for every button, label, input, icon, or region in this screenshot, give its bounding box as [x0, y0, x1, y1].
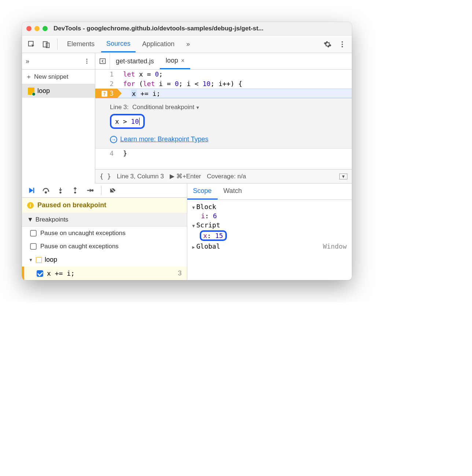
deactivate-breakpoints-icon[interactable]	[108, 186, 118, 195]
tab-elements[interactable]: Elements	[62, 37, 100, 52]
current-execution-line: x += i;	[117, 89, 352, 98]
bp-type-dropdown[interactable]: Conditional breakpoint	[132, 104, 200, 111]
pretty-print-icon[interactable]: { }	[100, 173, 111, 180]
chevron-down-icon: ▼	[192, 223, 195, 228]
sidebar: ＋ New snippet loop	[22, 70, 95, 183]
navigator-header: »	[22, 53, 95, 69]
devtools-window: DevTools - googlechrome.github.io/devtoo…	[22, 22, 352, 280]
svg-point-3	[342, 41, 343, 42]
svg-point-11	[45, 192, 47, 193]
svg-rect-1	[43, 41, 47, 47]
scope-body: ▼Block i: 6 ▼Script x: 15 ▶Global Window	[187, 200, 352, 253]
nav-back-icon[interactable]	[95, 53, 110, 69]
file-tab-loop[interactable]: loop ×	[160, 53, 190, 69]
chevron-down-icon: ▼	[29, 257, 33, 263]
file-tab-get-started[interactable]: get-started.js	[110, 54, 160, 69]
inspect-element-icon[interactable]	[25, 38, 38, 51]
sub-header: » get-started.js loop ×	[22, 53, 352, 70]
run-snippet-hint[interactable]: ▶ ⌘+Enter	[170, 172, 201, 180]
traffic-lights	[26, 26, 48, 31]
coverage-status: Coverage: n/a	[207, 173, 246, 180]
tab-watch[interactable]: Watch	[218, 183, 248, 200]
breakpoint-editor: Line 3: Conditional breakpoint x > 10 →L…	[95, 98, 352, 149]
chevron-down-icon: ▼	[27, 216, 33, 223]
file-tab-label: get-started.js	[116, 57, 154, 65]
bp-line-label: Line 3:	[110, 104, 129, 111]
kebab-menu-icon[interactable]	[336, 38, 349, 51]
collapse-panel-icon[interactable]: ▼	[339, 174, 347, 179]
pause-caught-checkbox[interactable]: Pause on caught exceptions	[22, 240, 187, 253]
svg-point-7	[86, 61, 88, 62]
resume-icon[interactable]	[26, 186, 36, 195]
code-editor: 1 2 ?3 let x = 0; for (let i = 0; i < 10…	[95, 70, 352, 183]
scope-script[interactable]: ▼Script	[191, 220, 349, 230]
breakpoints-section-header[interactable]: ▼ Breakpoints	[22, 213, 187, 227]
snippet-file-icon	[28, 88, 34, 95]
svg-point-4	[342, 44, 343, 45]
body: ＋ New snippet loop 1 2 ?3 let x = 0;	[22, 70, 352, 183]
step-out-icon[interactable]	[70, 186, 80, 195]
paused-banner: i Paused on breakpoint	[22, 198, 187, 213]
tab-sources[interactable]: Sources	[101, 36, 136, 52]
svg-point-8	[86, 63, 88, 64]
step-over-icon[interactable]	[41, 186, 51, 195]
editor-statusbar: { } Line 3, Column 3 ▶ ⌘+Enter Coverage:…	[95, 169, 352, 183]
breakpoint-line-row[interactable]: x += i; 3	[22, 267, 187, 280]
tab-application[interactable]: Application	[137, 37, 180, 52]
sidebar-item-loop[interactable]: loop	[22, 84, 95, 98]
breakpoint-file-row[interactable]: ▼ loop	[22, 253, 187, 267]
svg-point-12	[60, 192, 61, 193]
new-snippet-button[interactable]: ＋ New snippet	[22, 70, 95, 84]
close-tab-icon[interactable]: ×	[181, 57, 184, 64]
gutter[interactable]: 1 2 ?3	[95, 70, 117, 98]
code-body[interactable]: let x = 0; for (let i = 0; i < 10; i++) …	[117, 70, 352, 98]
device-toolbar-icon[interactable]	[40, 38, 53, 51]
file-tab-label: loop	[166, 57, 178, 64]
sidebar-item-label: loop	[37, 87, 50, 95]
file-tabs: get-started.js loop ×	[95, 53, 352, 69]
divider	[101, 186, 102, 195]
step-icon[interactable]	[85, 186, 95, 195]
tab-more[interactable]: »	[181, 37, 195, 52]
zoom-window-button[interactable]	[43, 26, 48, 31]
debugger-left: i Paused on breakpoint ▼ Breakpoints Pau…	[22, 183, 187, 280]
settings-gear-icon[interactable]	[321, 38, 334, 51]
snippet-file-outline-icon	[36, 257, 42, 263]
chevron-down-icon: ▼	[192, 205, 195, 210]
pause-uncaught-checkbox[interactable]: Pause on uncaught exceptions	[22, 227, 187, 240]
svg-point-6	[86, 59, 88, 60]
step-into-icon[interactable]	[56, 186, 65, 195]
svg-rect-10	[33, 188, 34, 193]
checkbox-icon	[30, 243, 37, 250]
debugger-toolbar	[22, 183, 187, 198]
debugger-panel: i Paused on breakpoint ▼ Breakpoints Pau…	[22, 183, 352, 280]
line-number-breakpoint[interactable]: ?3	[95, 89, 117, 98]
info-icon: i	[27, 202, 34, 209]
checkbox-icon	[30, 230, 37, 237]
titlebar: DevTools - googlechrome.github.io/devtoo…	[22, 22, 352, 36]
new-snippet-label: New snippet	[34, 73, 69, 81]
checkbox-checked-icon[interactable]	[37, 270, 43, 277]
debugger-right: Scope Watch ▼Block i: 6 ▼Script x: 15 ▶G…	[187, 183, 352, 280]
chevron-right-icon: ▶	[192, 245, 195, 250]
paused-text: Paused on breakpoint	[37, 201, 106, 209]
main-tabbar: Elements Sources Application »	[22, 36, 352, 53]
tab-scope[interactable]: Scope	[187, 183, 218, 200]
svg-point-13	[74, 192, 75, 193]
close-window-button[interactable]	[26, 26, 32, 31]
svg-point-5	[342, 46, 343, 47]
learn-more-link[interactable]: Learn more: Breakpoint Types	[120, 135, 209, 143]
line-number[interactable]: 4	[95, 149, 117, 158]
scope-global[interactable]: ▶Global Window	[191, 242, 349, 251]
line-number[interactable]: 2	[95, 79, 117, 89]
navigator-menu-icon[interactable]	[82, 55, 91, 68]
scope-var-i: i: 6	[191, 211, 349, 220]
svg-rect-9	[100, 59, 105, 63]
line-number[interactable]: 1	[95, 70, 117, 79]
minimize-window-button[interactable]	[34, 26, 40, 31]
cursor-position: Line 3, Column 3	[117, 173, 164, 180]
navigator-more[interactable]: »	[26, 57, 29, 65]
window-title: DevTools - googlechrome.github.io/devtoo…	[54, 25, 263, 32]
scope-block[interactable]: ▼Block	[191, 202, 349, 211]
bp-condition-input[interactable]: x > 10	[110, 114, 145, 129]
